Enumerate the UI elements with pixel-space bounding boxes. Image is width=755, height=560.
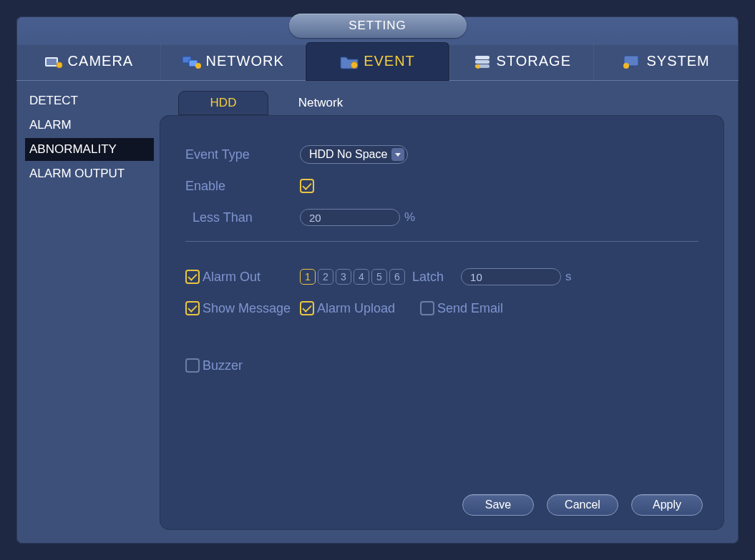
send-email-checkbox[interactable] bbox=[420, 301, 434, 315]
alarm-channels: 1 2 3 4 5 6 bbox=[300, 269, 405, 285]
nav-tab-event[interactable]: EVENT bbox=[306, 42, 450, 81]
svg-rect-8 bbox=[475, 60, 489, 64]
svg-point-13 bbox=[623, 63, 629, 69]
network-icon bbox=[182, 54, 202, 69]
event-icon bbox=[339, 54, 359, 69]
svg-point-10 bbox=[476, 64, 480, 69]
svg-point-6 bbox=[351, 62, 358, 68]
apply-button[interactable]: Apply bbox=[631, 494, 703, 516]
svg-point-5 bbox=[195, 63, 201, 69]
buzzer-checkbox[interactable] bbox=[185, 358, 200, 373]
sidebar-item-abnormality[interactable]: ABNORMALITY bbox=[25, 138, 154, 161]
latch-input[interactable]: 10 bbox=[461, 268, 561, 285]
main-nav: CAMERA NETWORK EVENT STORAGE bbox=[16, 42, 739, 81]
nav-tab-network[interactable]: NETWORK bbox=[161, 42, 306, 81]
svg-point-2 bbox=[57, 62, 62, 68]
alarm-upload-label: Alarm Upload bbox=[317, 301, 395, 316]
less-than-unit: % bbox=[404, 210, 415, 225]
event-type-select[interactable]: HDD No Space bbox=[300, 145, 408, 164]
nav-tab-camera[interactable]: CAMERA bbox=[16, 42, 161, 81]
svg-rect-7 bbox=[475, 56, 489, 59]
channel-6[interactable]: 6 bbox=[389, 269, 405, 285]
alarm-upload-checkbox[interactable] bbox=[300, 301, 314, 315]
enable-label: Enable bbox=[185, 179, 300, 194]
event-type-value: HDD No Space bbox=[309, 148, 387, 161]
nav-label: NETWORK bbox=[206, 53, 284, 69]
channel-4[interactable]: 4 bbox=[354, 269, 369, 285]
divider bbox=[185, 241, 698, 242]
window-title: SETTING bbox=[289, 14, 467, 38]
sidebar: DETECT ALARM ABNORMALITY ALARM OUTPUT bbox=[25, 88, 154, 529]
channel-2[interactable]: 2 bbox=[318, 269, 333, 285]
less-than-label: Less Than bbox=[185, 210, 300, 225]
channel-3[interactable]: 3 bbox=[336, 269, 351, 285]
sidebar-item-detect[interactable]: DETECT bbox=[25, 89, 154, 112]
less-than-input[interactable]: 20 bbox=[300, 209, 400, 226]
subtabs: HDD Network bbox=[160, 85, 724, 115]
sidebar-item-alarm-output[interactable]: ALARM OUTPUT bbox=[25, 162, 154, 185]
show-message-label: Show Message bbox=[203, 301, 291, 316]
camera-icon bbox=[44, 54, 64, 69]
nav-label: SYSTEM bbox=[646, 53, 709, 69]
nav-label: STORAGE bbox=[497, 53, 571, 69]
chevron-down-icon bbox=[391, 148, 404, 161]
send-email-label: Send Email bbox=[437, 301, 503, 316]
channel-5[interactable]: 5 bbox=[371, 269, 387, 285]
nav-label: EVENT bbox=[364, 53, 415, 69]
enable-checkbox[interactable] bbox=[300, 179, 314, 193]
buzzer-label: Buzzer bbox=[203, 358, 243, 373]
show-message-checkbox[interactable] bbox=[185, 301, 200, 315]
content: HDD Network Event Type HDD No Space Enab… bbox=[160, 85, 724, 529]
subtab-hdd[interactable]: HDD bbox=[178, 91, 268, 115]
channel-1[interactable]: 1 bbox=[300, 269, 316, 285]
alarm-out-checkbox[interactable] bbox=[185, 270, 200, 284]
svg-rect-1 bbox=[47, 59, 57, 65]
storage-icon bbox=[472, 54, 492, 69]
nav-tab-storage[interactable]: STORAGE bbox=[449, 42, 594, 81]
svg-rect-12 bbox=[629, 67, 633, 68]
save-button[interactable]: Save bbox=[462, 494, 534, 516]
latch-label: Latch bbox=[412, 270, 444, 285]
settings-card: Event Type HDD No Space Enable Less Than… bbox=[160, 115, 724, 530]
sidebar-item-alarm[interactable]: ALARM bbox=[25, 114, 154, 137]
cancel-button[interactable]: Cancel bbox=[547, 494, 618, 516]
alarm-out-label: Alarm Out bbox=[203, 270, 260, 285]
event-type-label: Event Type bbox=[185, 147, 300, 162]
system-icon bbox=[622, 54, 642, 69]
nav-tab-system[interactable]: SYSTEM bbox=[594, 42, 739, 81]
subtab-network[interactable]: Network bbox=[276, 91, 366, 115]
nav-label: CAMERA bbox=[68, 53, 134, 69]
latch-unit: s bbox=[565, 270, 572, 284]
button-bar: Save Cancel Apply bbox=[462, 494, 703, 516]
